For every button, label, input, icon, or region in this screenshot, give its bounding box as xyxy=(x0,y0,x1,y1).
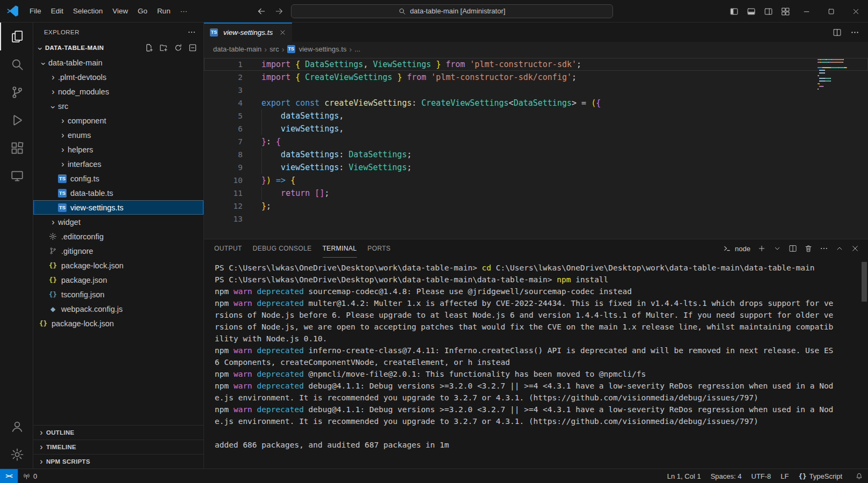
split-editor-button[interactable] xyxy=(833,28,842,37)
line-number[interactable]: 8 xyxy=(204,150,243,159)
code-line[interactable]: 8 dataSettings: DataSettings; xyxy=(204,148,868,161)
close-button[interactable] xyxy=(843,0,868,23)
command-center-search[interactable]: data-table-main [Administrator] xyxy=(291,4,613,18)
status-indentation[interactable]: Spaces: 4 xyxy=(706,469,747,483)
line-number[interactable]: 13 xyxy=(204,215,243,223)
new-file-button[interactable] xyxy=(145,43,154,52)
activity-run-and-debug[interactable] xyxy=(0,106,33,134)
tree-item-config-ts[interactable]: TSconfig.ts xyxy=(33,171,203,186)
collapse-folders-button[interactable] xyxy=(188,43,197,52)
back-button[interactable] xyxy=(256,5,267,17)
section-outline[interactable]: ›OUTLINE xyxy=(33,425,203,440)
more-button[interactable] xyxy=(820,244,828,253)
breadcrumb-item-[interactable]: ... xyxy=(355,45,361,53)
maximize-button[interactable] xyxy=(819,0,843,23)
minimap[interactable] xyxy=(818,59,860,94)
activity-explorer[interactable] xyxy=(0,23,33,50)
toggle-panel-button[interactable] xyxy=(742,0,760,23)
tree-item-webpack-config-js[interactable]: ◆webpack.config.js xyxy=(33,302,203,316)
breadcrumb-item-data-table-main[interactable]: data-table-main xyxy=(213,45,261,53)
code-line[interactable]: 6 viewSettings, xyxy=(204,122,868,135)
code-line[interactable]: 11 return []; xyxy=(204,187,868,200)
code-line[interactable]: 10}) => { xyxy=(204,174,868,187)
section-timeline[interactable]: ›TIMELINE xyxy=(33,440,203,454)
code-line[interactable]: 7}: { xyxy=(204,135,868,148)
line-number[interactable]: 10 xyxy=(204,176,243,185)
activity-remote-explorer[interactable] xyxy=(0,162,33,190)
tree-item-package-json[interactable]: {}package.json xyxy=(33,273,203,287)
menu-run[interactable]: Run xyxy=(152,4,176,18)
code-line[interactable]: 2import { CreateViewSettings } from 'plm… xyxy=(204,71,868,84)
code-line[interactable]: 9 viewSettings: ViewSettings; xyxy=(204,161,868,174)
toggle-primary-sidebar-button[interactable] xyxy=(725,0,742,23)
activity-source-control[interactable] xyxy=(0,78,33,106)
code-line[interactable]: 4export const createViewSettings: Create… xyxy=(204,97,868,109)
line-number[interactable]: 12 xyxy=(204,202,243,210)
code-line[interactable]: 3 xyxy=(204,84,868,97)
line-number[interactable]: 6 xyxy=(204,125,243,133)
tree-item-src[interactable]: ›src xyxy=(33,99,203,113)
status-language[interactable]: {}TypeScript xyxy=(794,469,847,483)
terminal[interactable]: PS C:\Users\lwkas\OneDrive\Desktop\work\… xyxy=(204,258,868,469)
line-number[interactable]: 7 xyxy=(204,137,243,146)
forward-button[interactable] xyxy=(273,5,285,17)
new-folder-button[interactable] xyxy=(159,43,168,52)
breadcrumb-item-src[interactable]: src xyxy=(269,45,279,53)
menu-edit[interactable]: Edit xyxy=(46,4,68,18)
ports-indicator[interactable]: 0 xyxy=(18,469,42,483)
line-number[interactable]: 5 xyxy=(204,112,243,120)
terminal-scrollbar[interactable] xyxy=(862,262,867,302)
panel-tab-ports[interactable]: PORTS xyxy=(368,239,391,258)
line-number[interactable]: 2 xyxy=(204,73,243,82)
toggle-secondary-sidebar-button[interactable] xyxy=(760,0,777,23)
activity-settings[interactable] xyxy=(0,441,33,469)
activity-search[interactable] xyxy=(0,50,33,78)
tree-item-editorconfig[interactable]: .editorconfig xyxy=(33,229,203,244)
tree-item-view-settings-ts[interactable]: TSview-settings.ts xyxy=(33,200,203,215)
minimize-button[interactable] xyxy=(794,0,819,23)
panel-tab-output[interactable]: OUTPUT xyxy=(214,239,242,258)
line-number[interactable]: 3 xyxy=(204,86,243,94)
explorer-section-header[interactable]: › DATA-TABLE-MAIN xyxy=(33,41,203,54)
line-number[interactable]: 9 xyxy=(204,163,243,172)
status-eol[interactable]: LF xyxy=(776,469,793,483)
tree-item-interfaces[interactable]: ›interfaces xyxy=(33,157,203,171)
line-number[interactable]: 4 xyxy=(204,99,243,107)
tree-item-data-table-main[interactable]: ›data-table-main xyxy=(33,55,203,70)
activity-account[interactable] xyxy=(0,413,33,441)
tree-item-gitignore[interactable]: .gitignore xyxy=(33,244,203,258)
tree-item-package-lock-json[interactable]: {}package-lock.json xyxy=(33,316,203,331)
menu-more[interactable]: ··· xyxy=(175,4,192,18)
status-cursor-position[interactable]: Ln 1, Col 1 xyxy=(662,469,706,483)
tree-item-component[interactable]: ›component xyxy=(33,113,203,128)
kill-terminal-button[interactable] xyxy=(804,244,813,253)
more-button[interactable] xyxy=(850,28,859,37)
tree-item-node-modules[interactable]: ›node_modules xyxy=(33,84,203,99)
add-terminal-button[interactable] xyxy=(757,244,766,253)
panel-tab-terminal[interactable]: TERMINAL xyxy=(323,239,357,258)
tree-item-data-table-ts[interactable]: TSdata-table.ts xyxy=(33,186,203,200)
customize-layout-button[interactable] xyxy=(777,0,794,23)
panel-tab-debug-console[interactable]: DEBUG CONSOLE xyxy=(253,239,312,258)
line-number[interactable]: 1 xyxy=(204,60,243,69)
tree-item-helpers[interactable]: ›helpers xyxy=(33,142,203,157)
maximize-panel-button[interactable] xyxy=(835,244,844,253)
code-line[interactable]: 5 dataSettings, xyxy=(204,109,868,122)
code-line[interactable]: 12}; xyxy=(204,200,868,213)
terminal-profile[interactable]: node xyxy=(723,245,750,253)
close-panel-button[interactable] xyxy=(851,244,859,253)
refresh-explorer-button[interactable] xyxy=(174,43,183,52)
breadcrumb-item-view-settings-ts[interactable]: TSview-settings.ts xyxy=(287,45,347,53)
code-line[interactable]: 1import { DataSettings, ViewSettings } f… xyxy=(204,58,868,71)
tree-item-widget[interactable]: ›widget xyxy=(33,215,203,229)
tree-item-plmt-devtools[interactable]: ›.plmt-devtools xyxy=(33,70,203,84)
tree-item-package-lock-json[interactable]: {}package-lock.json xyxy=(33,258,203,273)
tree-item-enums[interactable]: ›enums xyxy=(33,128,203,142)
section-npm-scripts[interactable]: ›NPM SCRIPTS xyxy=(33,454,203,469)
line-number[interactable]: 11 xyxy=(204,189,243,197)
explorer-more-button[interactable] xyxy=(187,28,196,36)
code-editor[interactable]: 1import { DataSettings, ViewSettings } f… xyxy=(204,56,868,239)
menu-go[interactable]: Go xyxy=(133,4,152,18)
menu-selection[interactable]: Selection xyxy=(68,4,108,18)
tab-close-icon[interactable] xyxy=(279,29,286,36)
